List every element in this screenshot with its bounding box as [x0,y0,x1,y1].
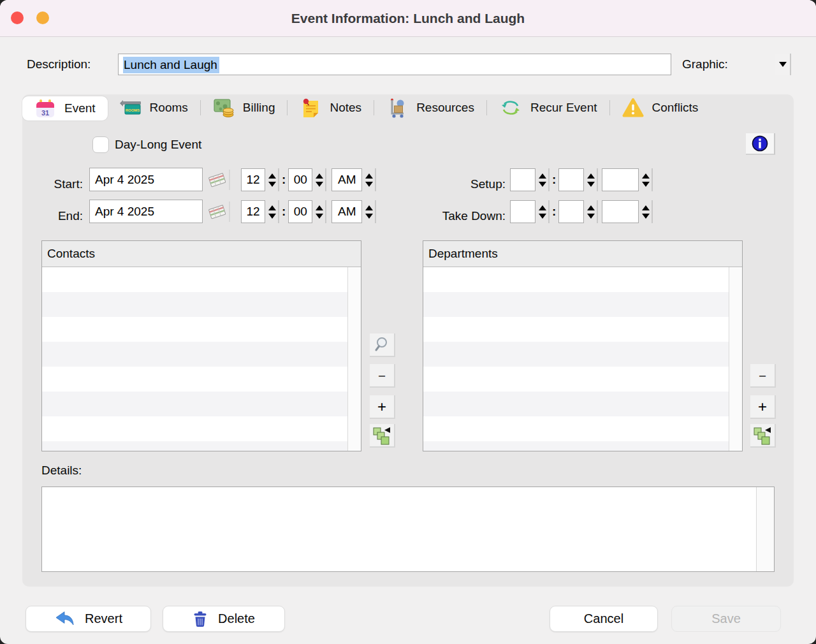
setup-minute-stepper[interactable] [586,168,598,191]
day-long-event-label: Day-Long Event [115,136,201,153]
setup-time-group: : [510,168,654,191]
cancel-label: Cancel [584,611,623,626]
take-down-ampm-stepper[interactable] [641,200,653,223]
setup-ampm-field[interactable] [602,168,639,191]
time-colon: : [282,205,286,219]
end-hour-field[interactable]: 12 [241,200,265,223]
contacts-add-button[interactable]: + [370,395,395,419]
contacts-search-button[interactable] [370,333,395,357]
setup-minute-field[interactable] [558,168,584,191]
end-date-picker-button[interactable] [205,201,230,222]
plus-icon: + [377,398,386,416]
contacts-remove-button[interactable]: – [370,364,395,388]
stepper-down-icon [539,182,546,187]
note-icon [300,98,321,118]
end-date-field[interactable]: Apr 4 2025 [89,200,203,223]
departments-list-header: Departments [423,241,742,267]
tab-conflicts[interactable]: Conflicts [610,94,711,121]
add-from-list-icon [372,426,391,445]
end-minute-field[interactable]: 00 [288,200,312,223]
tab-notes[interactable]: Notes [288,94,374,121]
graphic-dropdown-button[interactable] [775,54,791,75]
take-down-hour-field[interactable] [510,200,536,223]
tab-label: Resources [416,101,474,115]
info-icon [751,135,769,152]
stepper-down-icon [268,214,276,219]
description-label: Description: [27,54,91,75]
stepper-up-icon [268,173,276,179]
time-colon: : [552,205,556,219]
plus-icon: + [758,398,767,416]
stepper-up-icon [316,205,323,210]
start-minute-field[interactable]: 00 [288,168,312,191]
stepper-up-icon [365,173,373,179]
end-ampm-field[interactable]: AM [332,200,362,223]
rooms-sign-icon: ROOMS [120,98,142,118]
details-scrollbar[interactable] [756,487,774,571]
take-down-minute-field[interactable] [558,200,584,223]
stepper-down-icon [268,182,276,187]
setup-hour-field[interactable] [510,168,536,191]
stepper-up-icon [268,205,276,210]
start-label: Start: [22,172,83,196]
stepper-down-icon [587,182,595,187]
tab-content-pane: 31 Event ROOMS Rooms [22,94,794,587]
setup-label: Setup: [378,172,506,196]
tab-recur-event[interactable]: Recur Event [487,94,609,121]
time-colon: : [282,173,286,187]
info-button[interactable] [746,133,775,155]
start-date-field[interactable]: Apr 4 2025 [89,168,203,191]
departments-remove-button[interactable]: – [750,364,776,388]
tab-event[interactable]: 31 Event [22,96,108,121]
start-date-picker-button[interactable] [205,170,230,190]
end-minute-stepper[interactable] [314,200,326,223]
tab-resources[interactable]: Resources [374,94,486,121]
start-minute-stepper[interactable] [314,168,326,191]
departments-list-body[interactable] [423,267,729,451]
setup-hour-stepper[interactable] [537,168,550,191]
contacts-list-body[interactable] [42,267,348,451]
start-hour-stepper[interactable] [267,168,279,191]
departments-scrollbar[interactable] [729,267,742,451]
start-hour-field[interactable]: 12 [241,168,265,191]
delete-button[interactable]: Delete [163,606,285,632]
stepper-up-icon [316,173,323,179]
tab-label: Event [64,101,96,115]
end-time-group: 12 : 00 AM [241,200,377,223]
contacts-list: Contacts [41,240,361,451]
revert-button[interactable]: Revert [26,606,151,632]
day-long-event-checkbox[interactable] [92,136,109,153]
magnifier-icon [374,337,390,353]
tab-label: Billing [243,101,275,115]
time-colon: : [552,173,556,187]
add-from-list-icon [753,426,772,445]
end-ampm-stepper[interactable] [364,200,376,223]
contacts-add-from-list-button[interactable] [370,424,395,448]
take-down-hour-stepper[interactable] [537,200,550,223]
description-input[interactable]: Lunch and Laugh [118,54,671,75]
tab-label: Conflicts [652,101,699,115]
stepper-up-icon [587,205,595,210]
departments-add-from-list-button[interactable] [750,424,776,448]
take-down-minute-stepper[interactable] [586,200,598,223]
departments-add-button[interactable]: + [750,395,776,419]
take-down-ampm-field[interactable] [602,200,639,223]
calendar-icon: 31 [34,98,56,119]
save-button[interactable]: Save [671,606,781,632]
start-ampm-field[interactable]: AM [332,168,362,191]
cancel-button[interactable]: Cancel [550,606,658,632]
contacts-scrollbar[interactable] [347,267,361,451]
minus-icon: – [759,368,766,383]
start-ampm-stepper[interactable] [364,168,376,191]
stepper-up-icon [539,205,546,210]
revert-arrow-icon [54,611,75,627]
stepper-up-icon [365,205,373,210]
tab-billing[interactable]: Billing [201,94,288,121]
chevron-down-icon [779,62,787,67]
setup-ampm-stepper[interactable] [641,168,653,191]
save-label: Save [711,611,741,626]
details-textarea[interactable] [41,487,775,572]
end-hour-stepper[interactable] [267,200,279,223]
take-down-time-group: : [510,200,654,223]
tab-rooms[interactable]: ROOMS Rooms [108,94,200,121]
